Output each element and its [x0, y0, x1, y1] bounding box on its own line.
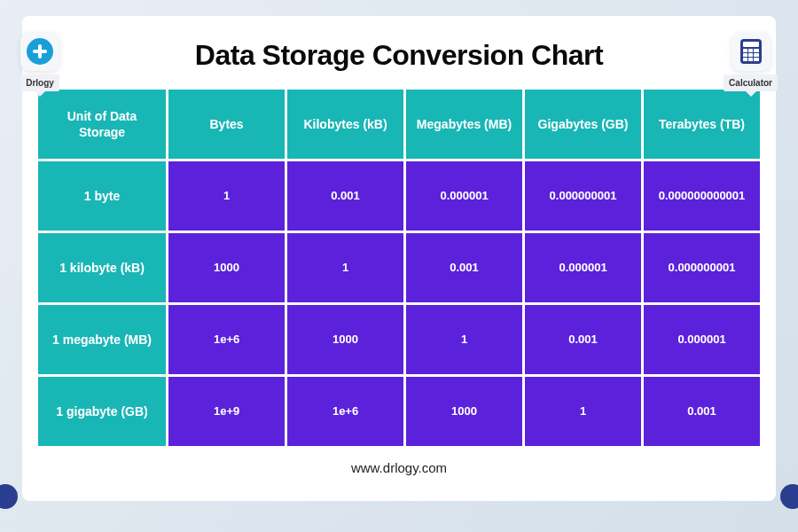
data-cell: 1 — [406, 305, 522, 374]
calculator-icon — [732, 32, 771, 71]
column-header: Kilobytes (kB) — [287, 90, 403, 159]
data-cell: 0.001 — [406, 233, 522, 302]
data-cell: 0.000000000001 — [644, 161, 760, 231]
data-cell: 0.000000001 — [644, 233, 760, 302]
row-label: 1 kilobyte (kB) — [38, 233, 166, 302]
data-cell: 1e+9 — [168, 377, 285, 446]
page-title: Data Storage Conversion Chart — [38, 39, 760, 72]
column-header: Bytes — [168, 90, 285, 159]
decorative-circle-icon — [780, 484, 798, 509]
brand-badge-left: Drlogy — [20, 32, 59, 91]
data-cell: 0.000000001 — [525, 161, 641, 231]
data-cell: 1000 — [168, 233, 285, 302]
footer-url: www.drlogy.com — [38, 460, 760, 475]
plus-medical-icon — [20, 32, 59, 71]
conversion-table: Unit of Data Storage Bytes Kilobytes (kB… — [38, 90, 760, 446]
data-cell: 1 — [525, 377, 641, 446]
column-header: Megabytes (MB) — [406, 90, 522, 159]
column-header: Gigabytes (GB) — [525, 90, 641, 159]
data-cell: 1e+6 — [287, 377, 403, 446]
calculator-label: Calculator — [724, 74, 778, 91]
data-cell: 1 — [287, 233, 403, 302]
data-cell: 1e+6 — [168, 305, 285, 374]
data-cell: 1000 — [406, 377, 522, 446]
data-cell: 1 — [168, 161, 285, 231]
data-cell: 0.001 — [287, 161, 403, 231]
data-cell: 0.001 — [525, 305, 641, 374]
column-header: Unit of Data Storage — [38, 90, 166, 159]
row-label: 1 gigabyte (GB) — [38, 377, 166, 446]
row-label: 1 byte — [38, 161, 166, 231]
data-cell: 1000 — [287, 305, 403, 374]
brand-badge-right: Calculator — [724, 32, 778, 91]
decorative-circle-icon — [0, 484, 18, 509]
data-cell: 0.001 — [644, 377, 760, 446]
data-cell: 0.000001 — [525, 233, 641, 302]
column-header: Terabytes (TB) — [644, 90, 760, 159]
data-cell: 0.000001 — [644, 305, 760, 374]
row-label: 1 megabyte (MB) — [38, 305, 166, 374]
content-card: Drlogy Calculator Data Storage Conversio… — [22, 16, 776, 501]
data-cell: 0.000001 — [406, 161, 522, 231]
brand-label: Drlogy — [20, 74, 59, 91]
